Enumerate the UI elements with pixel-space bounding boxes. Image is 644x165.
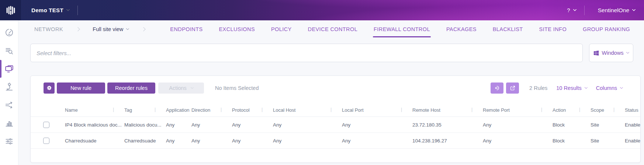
export-rules-button[interactable]	[506, 82, 519, 94]
topbar-divider	[584, 6, 585, 15]
filter-input[interactable]	[30, 44, 583, 62]
table-header-row: Name Tag Application Direction Protocol …	[31, 103, 641, 117]
cell-name: IP4 Block malicious doc...	[65, 122, 124, 128]
tab-group-ranking[interactable]: GROUP RANKING	[583, 20, 630, 38]
cell-application: Any	[166, 138, 191, 144]
rules-settings-button[interactable]	[44, 82, 55, 94]
tab-endpoints[interactable]: ENDPOINTS	[170, 20, 202, 38]
column-header-remote-port[interactable]: Remote Port	[483, 107, 553, 113]
tab-firewall-control[interactable]: FIREWALL CONTROL	[374, 20, 430, 38]
site-name: Demo TEST	[31, 7, 63, 13]
column-header-name[interactable]: Name	[65, 107, 124, 113]
cell-name: Charredsuade	[65, 138, 124, 144]
import-rules-button[interactable]	[491, 82, 503, 94]
cell-remote-port: Any	[483, 138, 553, 144]
sidebar-item-activity[interactable]	[4, 100, 15, 111]
gear-icon	[46, 85, 52, 91]
sentinelone-logo[interactable]	[0, 0, 21, 20]
main-content: NETWORK Full site view ENDPOINTS EXCLUSI…	[18, 20, 644, 165]
row-checkbox-cell	[31, 122, 65, 128]
actions-label: Actions	[169, 85, 187, 91]
toolbar-right-group: 2 Rules 10 Results Columns	[491, 82, 623, 94]
cell-status: Enabled	[625, 122, 641, 128]
results-per-page-dropdown[interactable]: 10 Results	[556, 85, 587, 91]
sentinelone-logo-icon	[6, 5, 16, 16]
sidebar-item-forensics[interactable]	[4, 81, 15, 92]
cell-protocol: Any	[232, 138, 273, 144]
new-rule-button[interactable]: New rule	[57, 82, 105, 94]
row-checkbox-cell	[31, 138, 65, 144]
cell-action: Block	[553, 138, 591, 144]
bar-chart-icon	[4, 118, 14, 128]
list-search-icon	[4, 46, 14, 55]
sidebar-item-reports[interactable]	[4, 118, 15, 129]
column-header-local-port[interactable]: Local Port	[342, 107, 412, 113]
row-checkbox[interactable]	[43, 122, 49, 128]
chevron-down-icon	[573, 8, 577, 11]
navigation-row: NETWORK Full site view ENDPOINTS EXCLUSI…	[18, 20, 644, 38]
breadcrumb-network[interactable]: NETWORK	[34, 26, 63, 32]
column-header-application[interactable]: Application	[166, 107, 191, 113]
tab-device-control[interactable]: DEVICE CONTROL	[308, 20, 358, 38]
chevron-right-icon	[142, 27, 146, 31]
windows-icon	[593, 50, 599, 56]
shuffle-arrows-icon	[4, 100, 14, 110]
cell-protocol: Any	[232, 122, 273, 128]
chevron-down-icon	[626, 51, 629, 54]
os-filter-dropdown[interactable]: Windows	[589, 44, 633, 62]
tab-bar: ENDPOINTS EXCLUSIONS POLICY DEVICE CONTR…	[170, 20, 630, 38]
sidebar-item-network[interactable]	[4, 63, 15, 74]
os-filter-label: Windows	[602, 50, 624, 56]
actions-dropdown-disabled[interactable]: Actions	[158, 82, 204, 94]
tab-blacklist[interactable]: BLACKLIST	[493, 20, 523, 38]
sliders-settings-icon	[4, 137, 14, 146]
tab-exclusions[interactable]: EXCLUSIONS	[219, 20, 255, 38]
account-menu[interactable]: SentinelOne	[598, 7, 635, 14]
column-header-tag[interactable]: Tag	[124, 107, 166, 113]
sidebar-item-configuration[interactable]	[4, 136, 15, 147]
import-rules-icon	[494, 85, 500, 91]
filter-row: Windows	[30, 44, 644, 62]
sidebar-item-visibility[interactable]	[4, 45, 15, 56]
column-header-local-host[interactable]: Local Host	[273, 107, 342, 113]
column-header-remote-host[interactable]: Remote Host	[412, 107, 483, 113]
cell-scope: Site	[591, 138, 625, 144]
cell-status: Enabled	[625, 138, 641, 144]
tab-site-info[interactable]: SITE INFO	[539, 20, 567, 38]
chevron-down-icon	[66, 8, 70, 11]
help-menu[interactable]: ?	[567, 7, 576, 13]
scope-label: Full site view	[93, 26, 123, 32]
rules-count: 2 Rules	[529, 85, 547, 91]
column-header-protocol[interactable]: Protocol	[232, 107, 273, 113]
account-label: SentinelOne	[598, 7, 629, 14]
columns-dropdown[interactable]: Columns	[596, 85, 623, 91]
cell-application: Any	[166, 122, 191, 128]
reorder-rules-button[interactable]: Reorder rules	[107, 82, 155, 94]
table-row[interactable]: IP4 Block malicious doc... Malicious doc…	[31, 117, 641, 133]
scope-selector[interactable]: Full site view	[93, 26, 129, 32]
column-header-action[interactable]: Action	[553, 107, 591, 113]
tab-packages[interactable]: PACKAGES	[446, 20, 477, 38]
cell-direction: Any	[191, 138, 232, 144]
cell-local-port: Any	[342, 122, 412, 128]
site-switcher-dropdown[interactable]: Demo TEST	[31, 7, 69, 13]
chevron-down-icon	[585, 86, 588, 89]
firewall-rules-panel: New rule Reorder rules Actions No Items …	[30, 75, 641, 163]
cell-local-port: Any	[342, 138, 412, 144]
row-checkbox[interactable]	[43, 138, 49, 144]
tab-policy[interactable]: POLICY	[271, 20, 292, 38]
column-header-status[interactable]: Status	[625, 107, 641, 113]
chevron-down-icon	[126, 27, 129, 30]
cell-local-host: Any	[273, 122, 342, 128]
table-row[interactable]: Charredsuade Charredsuade Any Any Any An…	[31, 133, 641, 149]
cell-remote-port: Any	[483, 122, 553, 128]
sidebar-item-dashboard[interactable]	[4, 27, 15, 38]
column-header-direction[interactable]: Direction	[191, 107, 232, 113]
chevron-right-icon	[76, 27, 80, 31]
topbar-divider	[77, 6, 78, 15]
chevron-down-icon	[191, 86, 194, 89]
column-header-scope[interactable]: Scope	[591, 107, 625, 113]
cell-tag: Malicious docu...	[124, 122, 166, 128]
left-sidebar	[0, 20, 18, 165]
cell-scope: Site	[591, 122, 625, 128]
